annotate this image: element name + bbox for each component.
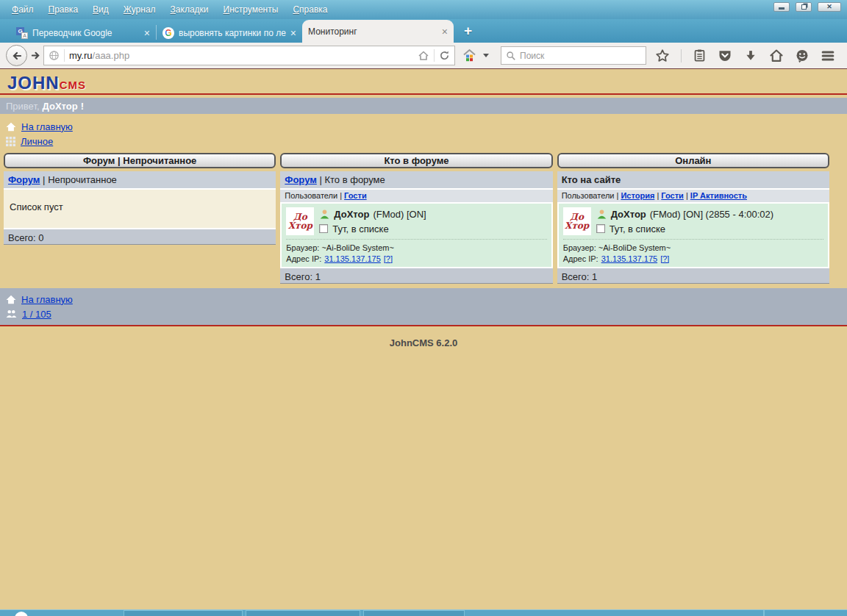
menu-tools[interactable]: Инструменты <box>218 2 285 17</box>
taskbar-window-button[interactable] <box>363 610 465 616</box>
tab-bar: G A Переводчик Google × G выровнять карт… <box>0 19 847 43</box>
tab-google-search[interactable]: G выровнять картинки по ле... × <box>157 23 302 43</box>
menu-file[interactable]: Файл <box>6 2 40 17</box>
ip-info: Адрес IP: 31.135.137.175 [?] <box>563 253 823 264</box>
user-checkbox[interactable] <box>596 224 605 233</box>
tab-close-icon[interactable]: × <box>290 27 296 39</box>
browser-info: Браузер: ~Ai-BoliDe System~ <box>563 242 823 253</box>
hello-smiley-icon[interactable] <box>795 49 810 63</box>
menu-bookmarks[interactable]: Закладки <box>165 2 215 17</box>
home-icon[interactable] <box>769 49 784 63</box>
hamburger-menu-icon[interactable] <box>821 49 835 63</box>
forward-arrow-icon <box>30 50 41 61</box>
filter-bar: Пользователи | Гости <box>280 188 552 202</box>
address-bar[interactable]: my.ru/aaa.php <box>43 46 455 65</box>
menu-help[interactable]: Справка <box>287 2 333 17</box>
grid-icon <box>6 137 15 146</box>
minimize-icon <box>779 7 785 10</box>
taskbar-window-button[interactable] <box>246 610 360 616</box>
forward-button[interactable] <box>27 48 43 64</box>
avatar[interactable]: До Хтор <box>563 207 591 235</box>
column-title: Кто в форуме <box>280 153 552 168</box>
column-crumb: Форум | Кто в форуме <box>280 171 552 188</box>
google-icon: G <box>162 27 174 39</box>
user-name: ДоХтор <box>334 209 369 220</box>
minimize-button[interactable] <box>773 2 790 12</box>
taskbar-window-button[interactable] <box>124 610 243 616</box>
page-content: JOHNCMS Привет, ДоХтор! На главную Лично… <box>0 68 847 609</box>
reload-icon[interactable] <box>439 50 450 61</box>
empty-list-message: Список пуст <box>4 188 276 228</box>
start-button[interactable] <box>15 612 28 616</box>
link-ip-activity[interactable]: IP Активность <box>690 191 747 200</box>
back-button[interactable] <box>6 45 27 66</box>
cms-version: JohnCMS 6.2.0 <box>0 337 847 348</box>
link-forum[interactable]: Форум <box>8 174 40 185</box>
bookmarks-clipboard-icon[interactable] <box>693 49 707 62</box>
home-small-icon[interactable] <box>418 50 429 62</box>
bookmark-star-icon[interactable] <box>655 49 670 63</box>
column-who-in-forum: Кто в форуме Форум | Кто в форуме Пользо… <box>280 153 552 284</box>
link-personal[interactable]: Личное <box>21 136 53 147</box>
tab-close-icon[interactable]: × <box>442 26 448 37</box>
user-online-icon <box>319 209 330 220</box>
dotted-divider <box>563 239 823 240</box>
column-crumb: Кто на сайте <box>557 171 829 188</box>
back-arrow-icon <box>11 50 23 62</box>
footer-link-online-count[interactable]: 1 / 105 <box>22 309 51 320</box>
download-icon[interactable] <box>743 49 758 63</box>
user-card: До Хтор ДоХтор (FMod) [ON] (2855 - 4:00:… <box>557 202 829 267</box>
home-white-icon <box>6 122 16 132</box>
total-counter: Всего: 0 <box>4 228 276 245</box>
user-name: ДоХтор <box>611 209 646 220</box>
ip-help-link[interactable]: [?] <box>384 254 393 263</box>
link-guests[interactable]: Гости <box>661 191 684 200</box>
footer-bar: На главную 1 / 105 <box>0 288 847 326</box>
menu-view[interactable]: Вид <box>87 2 115 17</box>
footer-link-home[interactable]: На главную <box>21 294 73 305</box>
ip-info: Адрес IP: 31.135.137.175 [?] <box>286 253 546 264</box>
tab-google-translate[interactable]: G A Переводчик Google × <box>10 23 156 43</box>
restore-icon <box>801 4 807 10</box>
avatar[interactable]: До Хтор <box>286 207 314 235</box>
toolbar-divider <box>681 49 682 62</box>
user-checkbox[interactable] <box>319 224 328 233</box>
user-meta: (FMod) [ON] (2855 - 4:00:02) <box>650 209 773 220</box>
column-title: Форум | Непрочитанное <box>4 153 276 168</box>
user-online-icon <box>596 209 607 220</box>
column-crumb: Форум | Непрочитанное <box>4 171 276 188</box>
google-translate-icon: G A <box>16 27 28 39</box>
total-counter: Всего: 1 <box>280 267 552 284</box>
speed-dial-button[interactable] <box>462 49 489 62</box>
user-card: До Хтор ДоХтор (FMod) [ON] Тут, в списке <box>280 202 552 267</box>
pocket-icon[interactable] <box>718 49 732 63</box>
close-icon: ✕ <box>826 4 832 10</box>
globe-icon <box>49 50 60 61</box>
browser-titlebar: Файл Правка Вид Журнал Закладки Инструме… <box>0 0 847 19</box>
column-online: Онлайн Кто на сайте Пользователи | Истор… <box>557 153 829 284</box>
tab-close-icon[interactable]: × <box>144 27 150 39</box>
column-forum-unread: Форум | Непрочитанное Форум | Непрочитан… <box>4 153 276 284</box>
dotted-divider <box>286 239 546 240</box>
search-box[interactable] <box>501 46 646 65</box>
ip-link[interactable]: 31.135.137.175 <box>601 254 657 263</box>
link-forum[interactable]: Форум <box>285 174 316 185</box>
search-input[interactable] <box>520 51 641 61</box>
user-meta: (FMod) [ON] <box>373 209 426 220</box>
red-divider <box>0 93 847 95</box>
chevron-down-icon[interactable] <box>483 54 489 57</box>
restore-button[interactable] <box>796 2 812 12</box>
new-tab-button[interactable]: + <box>464 23 472 39</box>
tab-monitoring-active[interactable]: Мониторинг × <box>302 20 454 43</box>
urlbar-divider <box>64 49 65 62</box>
link-guests[interactable]: Гости <box>344 191 367 200</box>
menu-history[interactable]: Журнал <box>118 2 162 17</box>
ip-help-link[interactable]: [?] <box>660 254 669 263</box>
user-status: Тут, в списке <box>332 223 388 234</box>
ip-link[interactable]: 31.135.137.175 <box>324 254 380 263</box>
home-white-icon <box>6 295 16 304</box>
close-window-button[interactable]: ✕ <box>818 2 841 12</box>
menu-edit[interactable]: Правка <box>43 2 85 17</box>
link-home[interactable]: На главную <box>21 121 73 132</box>
link-history[interactable]: История <box>621 191 654 200</box>
